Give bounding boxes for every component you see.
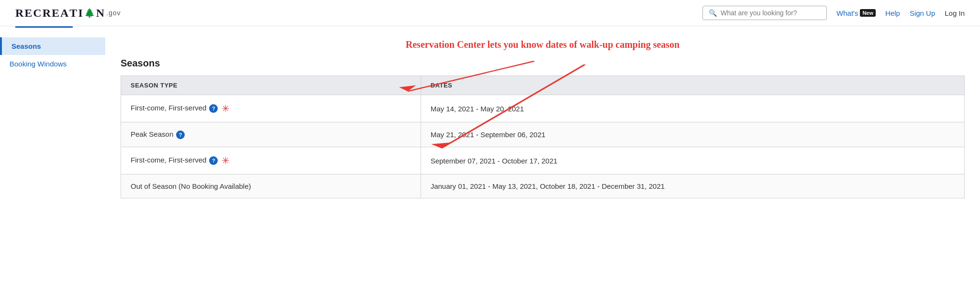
table-body: First-come, First-served?✳May 14, 2021 -… (121, 95, 965, 198)
table-header: SEASON TYPE DATES (121, 76, 965, 95)
annotation-container: Seasons SEASON TYPE DATES First-come, Fi… (121, 58, 965, 198)
content-area: Reservation Center lets you know dates o… (105, 28, 980, 267)
season-type-label: Peak Season (131, 130, 173, 138)
cell-season-type: Out of Season (No Booking Available) (121, 174, 421, 198)
asterisk-icon: ✳ (222, 155, 230, 166)
season-type-label: First-come, First-served (131, 104, 206, 112)
whats-new-nav[interactable]: What's New (836, 9, 876, 17)
search-box[interactable]: 🔍 (702, 6, 827, 20)
header-nav: 🔍 What's New Help Sign Up Log In (702, 6, 965, 20)
site-header: RECREATI🌲N .gov 🔍 What's New Help Sign U… (0, 0, 980, 26)
new-badge: New (860, 9, 876, 17)
col-season-type: SEASON TYPE (121, 76, 421, 95)
cell-season-type: First-come, First-served?✳ (121, 95, 421, 122)
login-link[interactable]: Log In (945, 9, 965, 17)
help-link[interactable]: Help (885, 9, 900, 17)
table-row: Out of Season (No Booking Available)Janu… (121, 174, 965, 198)
logo-text: RECREATI🌲N (15, 7, 105, 20)
cell-dates: September 07, 2021 - October 17, 2021 (421, 147, 964, 174)
sidebar: Seasons Booking Windows (0, 28, 105, 267)
sidebar-item-booking-windows[interactable]: Booking Windows (0, 55, 105, 73)
whats-label: What's (836, 9, 858, 17)
season-type-label: Out of Season (No Booking Available) (131, 182, 251, 190)
help-icon[interactable]: ? (209, 156, 218, 165)
signup-link[interactable]: Sign Up (910, 9, 935, 17)
col-dates: DATES (421, 76, 964, 95)
search-input[interactable] (721, 9, 821, 17)
cell-dates: May 14, 2021 - May 20, 2021 (421, 95, 964, 122)
main-container: Seasons Booking Windows Reservation Cent… (0, 28, 980, 267)
asterisk-icon: ✳ (222, 103, 230, 114)
table-row: First-come, First-served?✳September 07, … (121, 147, 965, 174)
table-row: Peak Season?May 21, 2021 - September 06,… (121, 122, 965, 147)
annotation-text: Reservation Center lets you know dates o… (121, 39, 965, 50)
cell-season-type: Peak Season? (121, 122, 421, 147)
table-header-row: SEASON TYPE DATES (121, 76, 965, 95)
search-icon: 🔍 (709, 9, 717, 17)
cell-season-type: First-come, First-served?✳ (121, 147, 421, 174)
sidebar-item-seasons[interactable]: Seasons (0, 37, 105, 55)
help-icon[interactable]: ? (176, 130, 185, 139)
cell-dates: January 01, 2021 - May 13, 2021, October… (421, 174, 964, 198)
section-title: Seasons (121, 58, 965, 69)
logo-gov: .gov (106, 9, 121, 17)
season-type-label: First-come, First-served (131, 156, 206, 164)
seasons-table: SEASON TYPE DATES First-come, First-serv… (121, 76, 965, 198)
help-icon[interactable]: ? (209, 104, 218, 113)
table-row: First-come, First-served?✳May 14, 2021 -… (121, 95, 965, 122)
cell-dates: May 21, 2021 - September 06, 2021 (421, 122, 964, 147)
site-logo[interactable]: RECREATI🌲N .gov (15, 7, 121, 20)
